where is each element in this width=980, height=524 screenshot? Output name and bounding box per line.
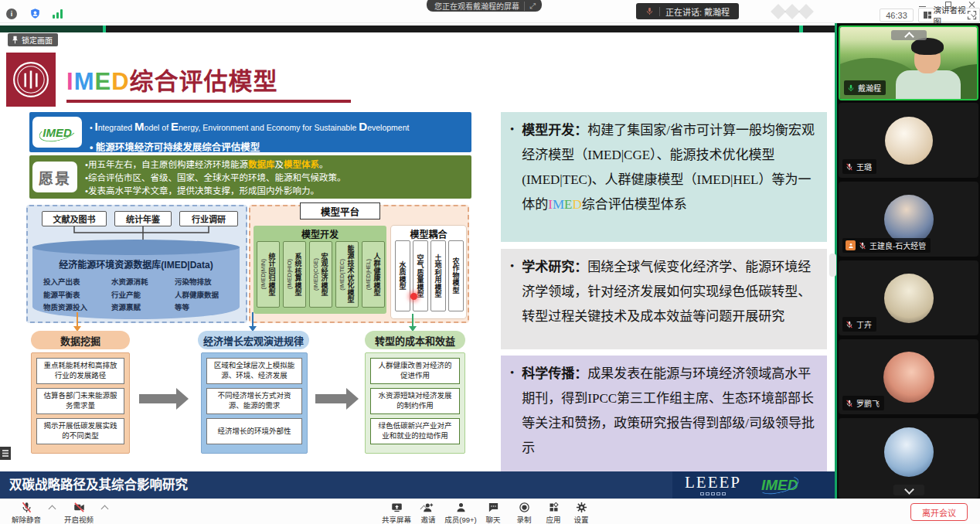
start-video-button[interactable]: 开启视频 — [56, 502, 102, 524]
scroll-down-button[interactable] — [893, 485, 924, 495]
video-tile[interactable]: 罗鹏飞 — [839, 339, 978, 414]
meeting-window: i 您正在观看戴瀚程的屏幕 ⤢ 正在讲话: 戴瀚程 46:33 演讲者视图 — [0, 0, 980, 524]
mic-options-caret[interactable] — [49, 505, 56, 513]
network-signal-icon[interactable] — [53, 9, 65, 19]
bullet-research: • 学术研究：围绕全球气候变化经济学、能源环境经济学领域，针对经济发展如何实现绿… — [501, 249, 827, 349]
model-dev-title: 模型开发 — [254, 227, 386, 240]
source-box: 行业调研 — [179, 211, 238, 226]
mic-muted-icon — [20, 502, 33, 513]
model-coupling-title: 模型耦合 — [391, 227, 466, 240]
model-box: (IMED|CGE)宏观经济模型 — [309, 241, 332, 308]
settings-button[interactable]: 设置 — [558, 502, 604, 524]
side-menu-icon[interactable] — [0, 447, 11, 460]
flow-item: 区域和全球层次上模拟能源、环境、经济发展 — [206, 358, 302, 384]
video-tile[interactable]: 丁卉 — [839, 260, 978, 335]
video-tile[interactable]: 王璐 — [839, 103, 978, 178]
info-icon[interactable]: i — [6, 9, 17, 19]
window-titlebar: i 您正在观看戴瀚程的屏幕 ⤢ 正在讲话: 戴瀚程 46:33 演讲者视图 — [0, 0, 980, 23]
video-options-caret[interactable] — [101, 505, 109, 513]
maximize-button[interactable] — [944, 1, 954, 9]
pin-label: 锁定画面 — [22, 34, 53, 46]
speaking-banner-text: 正在讲话: 戴瀚程 — [665, 5, 730, 18]
coupling-box: 土地利用模型 — [430, 240, 446, 311]
imed-banner-line2: • 能源环境经济可持续发展综合评估模型 — [90, 139, 467, 154]
title-letter-m: M — [74, 68, 95, 95]
watching-banner: 您正在观看戴瀚程的屏幕 ⤢ — [427, 0, 542, 12]
collapse-strip-button[interactable] — [891, 30, 927, 40]
security-shield-icon[interactable] — [29, 8, 41, 19]
avatar — [885, 117, 933, 165]
pin-screen-button[interactable]: 锁定画面 — [8, 33, 58, 46]
source-box: 文献及图书 — [42, 211, 107, 226]
unmute-button[interactable]: 解除静音 — [3, 502, 49, 524]
source-box: 统计年鉴 — [114, 211, 172, 226]
flow-pill: 经济增长宏观演进规律 — [198, 331, 309, 349]
participant-name: 王璐 — [856, 161, 872, 172]
avatar — [884, 195, 934, 244]
slide-footer-brand: LEEEP IMED — [672, 471, 835, 498]
invite-person-icon — [422, 502, 435, 513]
flow-arrow — [315, 388, 359, 410]
flow-column: 人群健康改善对经济的促进作用 水资源短缺对经济发展的制约作用 绿色低碳新兴产业对… — [365, 352, 465, 454]
speaking-banner: 正在讲话: 戴瀚程 — [636, 3, 739, 19]
participant-badge: 戴瀚程 — [844, 80, 886, 95]
db-item: 水资源消耗 — [111, 276, 148, 289]
flow-pill: 数据挖掘 — [31, 331, 130, 349]
video-tile-speaker[interactable]: 戴瀚程 — [839, 26, 978, 100]
vision-line2: •综合评估市区、省级、国家、全球水平的环境、能源和气候政策。 — [85, 172, 468, 185]
close-button[interactable] — [968, 1, 977, 9]
exit-fullscreen-icon[interactable]: ⤢ — [524, 2, 536, 11]
video-tile[interactable]: 王建良-石大经管 — [839, 182, 978, 257]
imed-database-cylinder: 经济能源环境资源数据库(IMED|Data) 投入产出表 能源平衡表 物质资源投… — [32, 247, 240, 319]
minimize-button[interactable] — [918, 1, 927, 9]
vision-line3: •发表高水平学术文章，提供决策支撑，形成国内外影响力。 — [85, 185, 468, 198]
mic-on-icon — [847, 84, 855, 92]
meeting-toolbar: 解除静音 开启视频 共享屏幕 邀请 成员(99+) 聊天 录制 — [0, 498, 980, 524]
shared-screen: 锁定画面 IMED综合评估模型 IMED • Integrated Model … — [0, 23, 835, 498]
db-item: 能源平衡表 — [43, 289, 87, 302]
model-box: (IMED|TEC)能源技术优化模型 — [335, 241, 359, 308]
pku-logo — [6, 53, 56, 107]
coupling-box: 农作物模型 — [448, 240, 464, 311]
participant-badge: 王璐 — [842, 159, 876, 174]
flow-item: 估算各部门未来能源服务需求量 — [36, 388, 124, 414]
flow-item: 人群健康改善对经济的促进作用 — [370, 358, 460, 384]
leave-meeting-button[interactable]: 离开会议 — [910, 503, 968, 521]
hand-raised-icon — [846, 240, 856, 250]
flow-arrow — [139, 388, 189, 410]
title-letter-i: I — [66, 68, 74, 95]
flow-pill: 转型的成本和效益 — [365, 331, 465, 349]
coupling-box: 空气质量模型 — [413, 240, 428, 311]
mic-muted-icon — [846, 321, 853, 328]
db-item: 物质资源投入 — [43, 301, 87, 315]
db-item: 等等 — [175, 301, 219, 315]
avatar — [883, 352, 934, 403]
vision-line1: •用五年左右，自主原创构建经济环境能源数据库及模型体系。 — [85, 158, 468, 172]
participant-name: 王建良-石大经管 — [869, 240, 926, 251]
person-icon — [454, 502, 468, 513]
imed-banner: IMED • Integrated Model of Energy, Envir… — [29, 112, 471, 152]
mic-muted-icon — [846, 400, 853, 407]
imed-banner-line1: • Integrated Model of Energy, Environmen… — [90, 116, 467, 138]
speaking-mic-icon — [645, 7, 654, 15]
participant-badge: 王建良-石大经管 — [842, 238, 931, 253]
video-tile[interactable] — [839, 418, 978, 498]
slide-footer-title: 双碳战略路径及其综合影响研究 — [0, 471, 672, 498]
flow-column: 区域和全球层次上模拟能源、环境、经济发展 不同经济增长方式对资源、能源的需求 经… — [201, 352, 308, 454]
flow-item: 不同经济增长方式对资源、能源的需求 — [206, 388, 302, 414]
avatar — [884, 427, 934, 477]
watching-banner-text: 您正在观看戴瀚程的屏幕 — [434, 0, 519, 12]
imed-logo: IMED — [32, 117, 82, 148]
title-letter-e: E — [94, 68, 111, 95]
model-box: (IMED|MIN)统计回归模型 — [257, 241, 280, 308]
participant-name: 丁卉 — [856, 318, 872, 330]
vision-label: 愿景 — [32, 162, 77, 192]
participant-badge: 丁卉 — [842, 317, 876, 332]
db-item: 人群健康数据 — [175, 289, 219, 302]
panel-resize-handle[interactable] — [829, 253, 836, 277]
fullscreen-icon[interactable] — [966, 9, 978, 21]
share-screen-icon — [390, 502, 403, 513]
avatar — [884, 274, 934, 323]
mic-muted-icon — [846, 163, 853, 171]
connector-line — [77, 312, 78, 326]
